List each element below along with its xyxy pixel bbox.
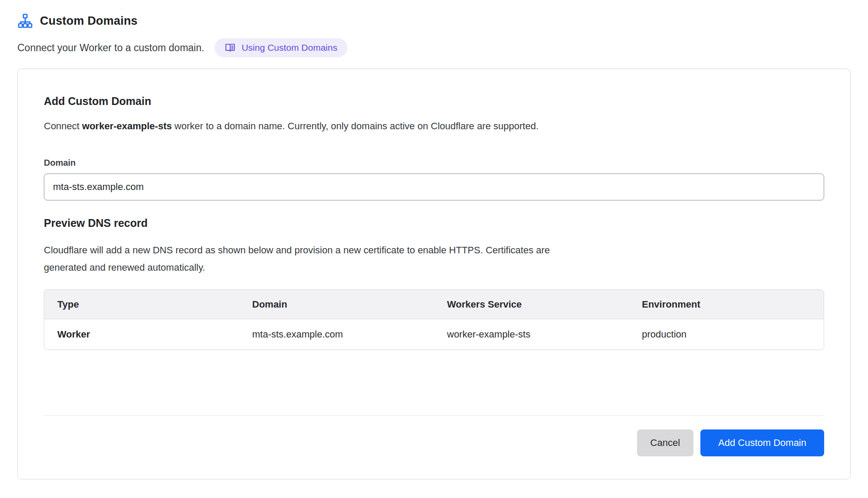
cell-domain: mta-sts.example.com bbox=[239, 319, 434, 350]
intro-suffix: worker to a domain name. Currently, only… bbox=[172, 121, 539, 131]
table-header-row: Type Domain Workers Service Environment bbox=[44, 290, 824, 319]
worker-name: worker-example-sts bbox=[82, 121, 172, 131]
preview-desc-line1: Cloudflare will add a new DNS record as … bbox=[44, 242, 824, 259]
intro-prefix: Connect bbox=[44, 121, 82, 131]
add-custom-domain-card: Add Custom Domain Connect worker-example… bbox=[17, 69, 851, 479]
col-header-domain: Domain bbox=[239, 290, 434, 319]
domain-input[interactable] bbox=[44, 174, 824, 200]
dns-record-table: Type Domain Workers Service Environment … bbox=[44, 289, 824, 350]
card-heading: Add Custom Domain bbox=[44, 95, 824, 108]
col-header-type: Type bbox=[44, 290, 239, 319]
cell-workers-service: worker-example-sts bbox=[434, 319, 629, 350]
sitemap-icon bbox=[17, 13, 33, 29]
docs-link-badge[interactable]: Using Custom Domains bbox=[215, 38, 347, 57]
docs-link-label: Using Custom Domains bbox=[241, 43, 337, 53]
page-subtitle-row: Connect your Worker to a custom domain. … bbox=[17, 38, 851, 57]
preview-dns-heading: Preview DNS record bbox=[44, 217, 824, 229]
card-intro-text: Connect worker-example-sts worker to a d… bbox=[44, 121, 824, 132]
col-header-workers-service: Workers Service bbox=[434, 290, 629, 319]
cancel-button[interactable]: Cancel bbox=[637, 429, 693, 456]
page-header: Custom Domains bbox=[17, 13, 851, 29]
preview-dns-description: Cloudflare will add a new DNS record as … bbox=[44, 242, 824, 276]
preview-desc-line2: generated and renewed automatically. bbox=[44, 259, 824, 276]
spacer bbox=[44, 350, 824, 415]
col-header-environment: Environment bbox=[629, 290, 824, 319]
open-book-icon bbox=[224, 42, 236, 53]
table-row: Worker mta-sts.example.com worker-exampl… bbox=[44, 319, 824, 350]
card-footer: Cancel Add Custom Domain bbox=[44, 415, 824, 456]
custom-domains-page: Custom Domains Connect your Worker to a … bbox=[0, 0, 868, 479]
add-custom-domain-button[interactable]: Add Custom Domain bbox=[700, 429, 824, 456]
page-title: Custom Domains bbox=[40, 14, 138, 28]
page-subtitle: Connect your Worker to a custom domain. bbox=[17, 42, 204, 54]
domain-field-label: Domain bbox=[44, 158, 824, 168]
cell-environment: production bbox=[629, 319, 824, 350]
cell-type: Worker bbox=[44, 319, 239, 350]
